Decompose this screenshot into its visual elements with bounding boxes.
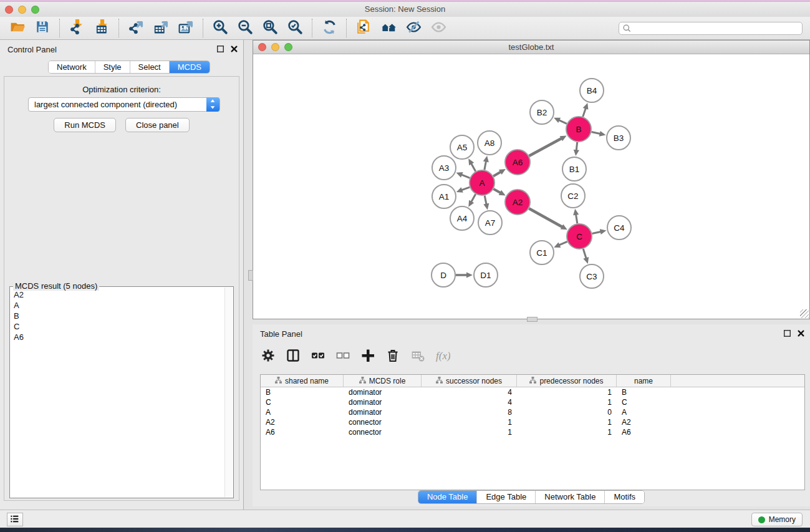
select-all-rows-button[interactable] xyxy=(309,347,327,365)
run-mcds-button[interactable]: Run MCDS xyxy=(54,118,116,132)
zoom-in-button[interactable] xyxy=(208,18,233,38)
tab-network-table[interactable]: Network Table xyxy=(536,491,605,503)
delete-table-button[interactable] xyxy=(408,347,427,365)
graph-node-C1[interactable]: C1 xyxy=(530,241,554,264)
graph-node-A4[interactable]: A4 xyxy=(450,206,474,230)
clone-network-button[interactable] xyxy=(351,18,376,38)
edge-A-A3[interactable] xyxy=(461,175,470,178)
edge-A-A8[interactable] xyxy=(485,161,486,170)
mcds-result-item[interactable]: B xyxy=(14,311,223,321)
show-all-button[interactable] xyxy=(426,18,451,38)
mcds-result-item[interactable]: A2 xyxy=(14,289,223,300)
graph-node-D1[interactable]: D1 xyxy=(474,263,498,287)
hide-selected-button[interactable] xyxy=(401,18,426,38)
zoom-out-button[interactable] xyxy=(233,18,258,38)
column-header-name[interactable]: name xyxy=(617,375,671,387)
graph-node-B4[interactable]: B4 xyxy=(580,79,604,102)
table-row-B[interactable]: Bdominator41B xyxy=(261,387,804,397)
table-row-A2[interactable]: A2connector11A2 xyxy=(261,417,804,427)
edge-A6-B[interactable] xyxy=(529,138,562,156)
tab-motifs[interactable]: Motifs xyxy=(605,491,644,503)
graph-node-C2[interactable]: C2 xyxy=(561,184,585,208)
export-image-button[interactable] xyxy=(173,18,198,38)
tab-style[interactable]: Style xyxy=(95,61,130,73)
function-builder-button[interactable]: f(x) xyxy=(433,347,452,365)
edge-C-C1[interactable] xyxy=(559,241,567,245)
network-canvas[interactable]: B4B2BB3A5A8A6B1A3AA1C2A2A4A7C4CC1C3DD1 xyxy=(253,54,809,319)
tab-edge-table[interactable]: Edge Table xyxy=(477,491,536,503)
float-panel-icon[interactable] xyxy=(216,44,224,56)
table-settings-button[interactable] xyxy=(259,347,277,365)
graph-node-B[interactable]: B xyxy=(566,117,591,142)
tab-select[interactable]: Select xyxy=(130,61,170,73)
create-column-button[interactable] xyxy=(359,347,377,365)
graph-node-B3[interactable]: B3 xyxy=(607,126,630,150)
edge-A-A2[interactable] xyxy=(493,189,501,193)
edge-A-A7[interactable] xyxy=(485,196,486,205)
split-handle-bottom[interactable] xyxy=(527,317,538,322)
edge-C-C2[interactable] xyxy=(576,214,577,224)
tab-network[interactable]: Network xyxy=(49,61,95,73)
edge-B-B4[interactable] xyxy=(583,107,586,117)
edge-B-B1[interactable] xyxy=(576,142,577,151)
window-resize-grip[interactable] xyxy=(800,309,809,318)
close-panel-icon[interactable] xyxy=(230,44,238,56)
edge-A-A1[interactable] xyxy=(461,187,470,190)
column-header-predecessor-nodes[interactable]: predecessor nodes xyxy=(517,375,617,387)
graph-node-C[interactable]: C xyxy=(567,224,592,249)
split-handle-left[interactable] xyxy=(248,270,253,281)
graph-node-D[interactable]: D xyxy=(432,263,455,287)
edge-B-B3[interactable] xyxy=(592,132,601,133)
edge-A-A6[interactable] xyxy=(493,172,501,176)
first-neighbors-button[interactable] xyxy=(376,18,401,38)
mcds-result-item[interactable]: A xyxy=(14,300,223,311)
save-session-button[interactable] xyxy=(30,18,55,38)
zoom-selected-button[interactable] xyxy=(282,18,307,38)
column-header-shared-name[interactable]: shared name xyxy=(261,375,344,387)
toggle-panel-columns-button[interactable] xyxy=(284,347,302,365)
edge-C-C4[interactable] xyxy=(592,231,602,233)
graph-node-A1[interactable]: A1 xyxy=(432,185,456,208)
refresh-layout-button[interactable] xyxy=(317,18,342,38)
search-input[interactable] xyxy=(619,22,803,35)
graph-node-A3[interactable]: A3 xyxy=(432,156,456,180)
mcds-result-item[interactable]: C xyxy=(14,321,223,332)
tab-node-table[interactable]: Node Table xyxy=(418,491,478,503)
column-header-successor-nodes[interactable]: successor nodes xyxy=(422,375,517,387)
graph-node-A8[interactable]: A8 xyxy=(478,131,501,155)
table-row-C[interactable]: Cdominator41C xyxy=(261,397,804,407)
edge-A-A5[interactable] xyxy=(471,163,476,171)
import-table-button[interactable] xyxy=(89,18,114,38)
edge-A-A4[interactable] xyxy=(471,194,476,202)
graph-node-A[interactable]: A xyxy=(470,170,494,195)
delete-column-button[interactable] xyxy=(383,347,402,365)
graph-node-C4[interactable]: C4 xyxy=(607,216,631,239)
graph-node-A2[interactable]: A2 xyxy=(505,190,530,215)
mcds-result-item[interactable]: A6 xyxy=(14,332,223,342)
float-table-panel-icon[interactable] xyxy=(783,329,791,340)
zoom-fit-button[interactable] xyxy=(258,18,282,38)
edge-B-B2[interactable] xyxy=(558,120,567,123)
edge-C-C3[interactable] xyxy=(583,249,586,259)
task-history-button[interactable] xyxy=(7,513,23,526)
graph-node-B1[interactable]: B1 xyxy=(562,157,586,181)
export-network-button[interactable] xyxy=(123,18,148,38)
close-panel-button[interactable]: Close panel xyxy=(125,118,190,132)
mcds-list-scrollbar[interactable] xyxy=(224,288,233,497)
memory-button[interactable]: Memory xyxy=(751,513,803,526)
graph-node-A6[interactable]: A6 xyxy=(505,150,530,175)
graph-node-B2[interactable]: B2 xyxy=(530,100,554,124)
optimization-criterion-select[interactable]: largest connected component (directed) xyxy=(28,97,220,112)
import-network-button[interactable] xyxy=(64,18,89,38)
graph-node-C3[interactable]: C3 xyxy=(580,264,604,288)
table-row-A6[interactable]: A6connector11A6 xyxy=(261,427,804,437)
graph-node-A7[interactable]: A7 xyxy=(478,211,502,235)
deselect-all-rows-button[interactable] xyxy=(334,347,352,365)
tab-mcds[interactable]: MCDS xyxy=(170,61,210,73)
graph-node-A5[interactable]: A5 xyxy=(450,135,474,159)
export-table-button[interactable] xyxy=(148,18,173,38)
edge-A2-C[interactable] xyxy=(529,208,562,227)
table-row-A[interactable]: Adominator80A xyxy=(261,407,804,417)
open-session-button[interactable] xyxy=(5,18,30,38)
close-table-panel-icon[interactable] xyxy=(797,329,805,340)
